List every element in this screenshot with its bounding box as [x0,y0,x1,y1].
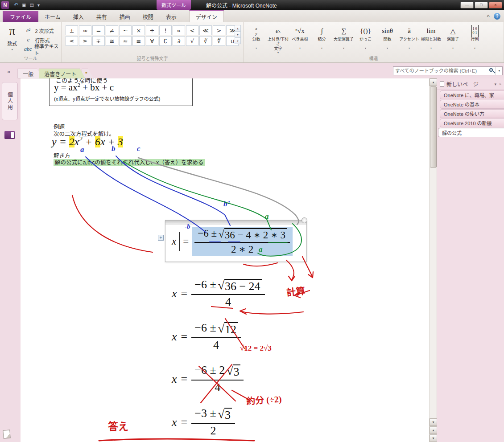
normal-text-button[interactable]: abc 標準テキスト [23,45,61,53]
step-denominator: 4 [213,338,219,352]
page-tab-onenote-intro[interactable]: OneNote に、職場、家 [440,90,504,99]
equation-options-icon[interactable] [302,217,307,223]
symbol-factorial[interactable]: ! [159,25,172,35]
search-box[interactable]: ▾ [393,66,503,75]
page-tab-onenote-usage[interactable]: OneNote の使い方 [440,109,504,118]
ink-label-a: a [80,145,84,154]
section-tab-general[interactable]: 一般 [17,69,42,78]
script-sup: x [279,29,281,33]
page-canvas[interactable]: このような時に使う y = ax2 + bx + c (x頂点、y頂点が一定でな… [21,78,429,442]
symbol-identical[interactable]: ≡ [132,36,145,46]
symbol-complement[interactable]: ∁ [159,36,172,46]
symbol-for-all[interactable]: ∀ [146,36,158,46]
ink-label-minus-b: -b [185,223,190,230]
gallery-more-icon[interactable]: ▾ [235,37,241,44]
symbol-times[interactable]: × [132,25,145,35]
vertical-scrollbar[interactable]: ▲ ▼ ▲ ▼ [429,78,437,442]
maximize-button[interactable]: □ [475,2,488,8]
symbol-less-equal[interactable]: ≤ [66,36,78,46]
formula-reference-box[interactable]: このような時に使う y = ax2 + bx + c (x頂点、y頂点が一定でな… [49,78,193,106]
expand-notebooks-icon[interactable]: » [7,68,10,75]
previous-page-button[interactable]: ▲ [430,426,437,434]
symbol-greater-than[interactable]: > [213,25,225,35]
move-handle-icon[interactable]: + [158,235,164,241]
normal-text-label: 標準テキスト [34,42,61,57]
equation-tools-group-header[interactable]: 数式ツール [157,0,191,10]
professional-format-button[interactable]: e² 2 次形式 [23,27,61,34]
tab-draw[interactable]: 描画 [113,12,136,22]
tab-file[interactable]: ファイル [3,11,38,22]
operator-icon: △ [450,25,456,37]
search-scope-dropdown-icon[interactable]: ▾ [496,67,502,75]
full-page-view-icon[interactable]: ▤ [30,3,34,8]
gallery-scroll-up-icon[interactable]: ▲ [235,25,241,32]
num-pre: −6 ± [194,321,216,335]
tab-insert[interactable]: 挿入 [67,12,90,22]
coefficient-c-highlight: 3 [118,136,123,147]
new-page-header[interactable]: 新しいページ ▾ » [437,78,504,90]
symbol-congruent[interactable]: ≅ [106,36,118,46]
page-tab-quadratic-formula[interactable]: 解の公式 [438,128,504,137]
new-page-dropdown-icon[interactable]: ▾ [494,82,496,86]
symbol-proportional[interactable]: ∝ [173,25,185,35]
search-icon[interactable] [488,67,496,74]
equation-button-label: 数式 [7,40,17,47]
tab-home[interactable]: ホーム [38,12,67,22]
formula-equals: = [183,236,189,247]
math-step-1[interactable]: x = −6 ±√36 − 24 4 [172,278,265,309]
math-step-4-answer[interactable]: x = −3 ±√3 2 [172,407,235,438]
dock-window-icon[interactable]: ▣ [22,3,26,8]
symbol-approx[interactable]: ≈ [119,36,132,46]
scrollbar-thumb[interactable] [430,86,437,168]
symbol-infinity[interactable]: ∞ [79,25,91,35]
onenote-app-icon[interactable]: N [1,1,9,9]
formula-pre: y = ax [54,82,78,93]
next-page-button[interactable]: ▼ [430,434,437,442]
collapse-panel-icon[interactable]: » [499,82,501,86]
search-input[interactable] [393,68,488,74]
gallery-scroll-down-icon[interactable]: ▼ [235,31,241,38]
symbol-less-than[interactable]: < [186,25,198,35]
symbol-plus-minus[interactable]: ± [66,25,78,35]
scroll-down-icon[interactable]: ▼ [430,418,437,426]
symbol-tilde[interactable]: ~ [119,25,132,35]
tab-design-active[interactable]: デザイン [189,10,224,22]
qat-customize-icon[interactable]: ▾ [37,3,40,8]
back-icon[interactable]: ↶ [14,2,18,8]
section-tab-scratch-notes[interactable]: 落書きノート [39,69,85,78]
symbol-divide[interactable]: ÷ [146,25,158,35]
symbol-not-equal[interactable]: ≠ [106,25,118,35]
script-e2-icon: e² [23,27,33,34]
symbol-much-less[interactable]: ≪ [199,25,212,35]
scroll-up-icon[interactable]: ▲ [430,78,437,86]
symbol-equals[interactable]: = [92,25,105,35]
close-button[interactable]: × [489,2,502,8]
ribbon-tab-row: ファイル ホーム 挿入 共有 描画 校閲 表示 デザイン ^ ? [0,10,504,22]
symbol-fourth-root[interactable]: ∜ [213,36,225,46]
tab-share[interactable]: 共有 [90,12,113,22]
page-tab-onenote-2010-new[interactable]: OneNote 2010 の新機 [440,119,504,127]
formula-lhs: x [172,236,176,247]
symbol-minus-plus[interactable]: ∓ [92,36,105,46]
math-step-2[interactable]: x = −6 ±√12 4 [172,321,241,352]
notebook-rail: 個人用 [0,78,21,442]
help-icon[interactable]: ? [494,13,500,20]
minimize-button[interactable]: — [460,2,474,8]
notebook-icon[interactable] [4,131,15,139]
tab-review[interactable]: 校閲 [136,12,160,22]
tab-view[interactable]: 表示 [160,12,183,22]
page-tab-onenote-basics[interactable]: OneNote の基本 [440,100,504,109]
notebook-tab-personal[interactable]: 個人用 [2,82,18,120]
minimize-ribbon-icon[interactable]: ^ [487,14,490,19]
sine-icon: sinθ [382,25,393,37]
math-step-3[interactable]: x = −6 ± 2√3 4 [172,364,244,394]
symbol-greater-equal[interactable]: ≥ [79,36,91,46]
radical: √36 − 24 [218,279,262,293]
chevron-down-icon: ▾ [409,46,410,49]
page-corner-icon[interactable] [3,430,11,438]
step-numerator: −6 ±√12 [191,321,241,338]
symbol-sqrt[interactable]: √ [186,36,198,46]
fraction-icon: xy [256,25,257,37]
symbol-partial[interactable]: ∂ [173,36,185,46]
symbol-cbrt[interactable]: ∛ [199,36,212,46]
